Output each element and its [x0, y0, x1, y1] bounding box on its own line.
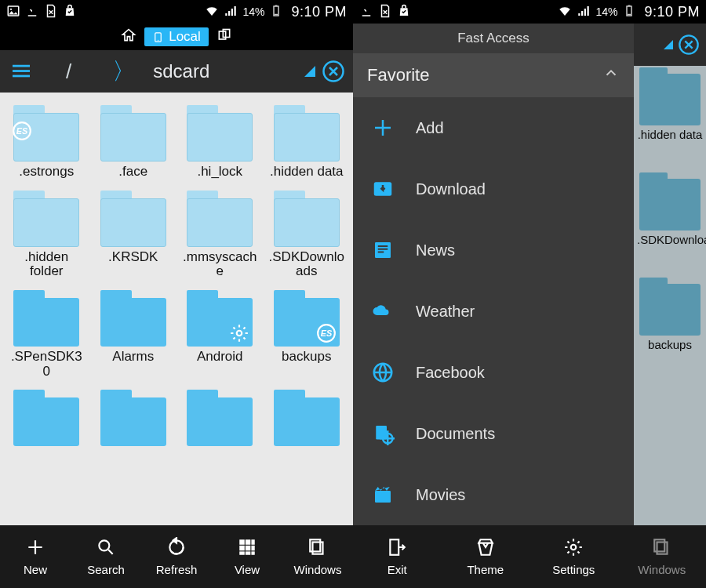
svg-point-1	[10, 8, 12, 9]
menu-icon[interactable]	[0, 63, 42, 80]
theme-icon	[475, 537, 496, 560]
location-tabs: Local	[0, 24, 353, 50]
dropdown-indicator-icon[interactable]	[304, 66, 315, 77]
folder-icon	[187, 105, 253, 162]
bottom-theme-button[interactable]: Theme	[442, 525, 530, 588]
folder-icon	[639, 179, 701, 230]
folder-label: .SPenSDK30	[7, 350, 86, 379]
bottom-label: Windows	[638, 563, 686, 576]
clock: 9:10 PM	[644, 4, 700, 20]
windows-icon	[652, 537, 672, 560]
folder-item[interactable]: .face	[90, 100, 177, 186]
folder-label: Alarms	[112, 350, 154, 365]
folder-label: .hidden data	[270, 165, 344, 180]
tab-local-label: Local	[169, 29, 201, 45]
movies-icon	[370, 482, 395, 507]
home-icon[interactable]	[121, 27, 136, 46]
close-icon[interactable]	[322, 60, 345, 83]
drawer-section-favorite[interactable]: Favorite	[353, 53, 634, 97]
plus-icon	[25, 537, 45, 560]
bottom-view-button[interactable]: View	[212, 525, 282, 588]
bottom-bar: NewSearchRefreshViewWindows	[0, 525, 353, 588]
battery-percent: 14%	[595, 5, 617, 18]
bottom-label: Windows	[294, 563, 342, 576]
folder-item[interactable]: Alarms	[90, 285, 177, 385]
drawer-item-label: Movies	[416, 486, 465, 504]
bottom-new-button[interactable]: New	[0, 525, 71, 588]
svg-rect-24	[251, 546, 254, 551]
grid-icon	[237, 537, 257, 560]
folder-item[interactable]: .hidden data	[264, 100, 351, 186]
breadcrumb-location[interactable]: sdcard	[153, 60, 304, 82]
folder-item[interactable]: Android	[176, 285, 264, 385]
svg-rect-22	[239, 546, 245, 551]
drawer-item-label: News	[416, 241, 455, 260]
folder-item[interactable]	[3, 385, 90, 456]
plus-icon	[370, 115, 395, 140]
bottom-label: View	[235, 563, 260, 576]
drawer-item-news[interactable]: News	[353, 220, 634, 281]
folder-item[interactable]: .hidden folder	[3, 186, 90, 285]
status-bar: 14% 9:10 PM	[0, 0, 353, 24]
folder-item[interactable]: .mmsyscache	[176, 186, 264, 285]
bottom-exit-button[interactable]: Exit	[353, 525, 442, 588]
bottom-refresh-button[interactable]: Refresh	[141, 525, 212, 588]
folder-label: Android	[197, 350, 243, 365]
exit-icon	[387, 537, 407, 560]
folder-item[interactable]: .KRSDK	[90, 186, 177, 285]
tab-local[interactable]: Local	[144, 27, 209, 46]
image-icon	[6, 4, 20, 20]
folder-item[interactable]	[90, 385, 177, 456]
folder-item[interactable]: ES.estrongs	[3, 100, 90, 186]
drawer-item-movies[interactable]: Movies	[353, 464, 634, 525]
folder-item[interactable]: ESbackups	[264, 285, 351, 385]
folder-label: .hidden data	[638, 129, 703, 141]
bottom-label: Settings	[552, 563, 595, 576]
doc-x-icon	[378, 4, 392, 20]
refresh-icon	[166, 537, 187, 560]
folder-label: .SDKDownloads	[267, 250, 346, 279]
folder-item[interactable]: .hi_lock	[176, 100, 264, 186]
folder-label: .face	[118, 165, 147, 180]
svg-rect-20	[246, 539, 251, 545]
globe-icon	[370, 360, 395, 385]
battery-icon	[269, 4, 283, 20]
background-peek: .hidden data.SDKDownloadsbackups	[634, 24, 706, 525]
drawer-item-label: Documents	[416, 425, 495, 443]
bottom-settings-button[interactable]: Settings	[530, 525, 618, 588]
folder-item[interactable]: .SPenSDK30	[3, 285, 90, 385]
bottom-search-button[interactable]: Search	[71, 525, 141, 588]
drawer-item-facebook[interactable]: Facebook	[353, 342, 634, 403]
drawer-body: AddDownloadNewsWeatherFacebookDocumentsM…	[353, 97, 634, 525]
bottom-windows-button[interactable]: Windows	[282, 525, 353, 588]
folder-item[interactable]	[264, 385, 351, 456]
svg-text:ES: ES	[321, 328, 333, 338]
folder-label: .estrongs	[19, 165, 74, 180]
folder-item[interactable]: .SDKDownloads	[264, 186, 351, 285]
folder-label: backups	[282, 350, 331, 365]
folder-item[interactable]	[176, 385, 264, 456]
breadcrumb: / 〉 sdcard	[0, 50, 353, 93]
folder-icon	[274, 390, 340, 446]
svg-point-18	[99, 540, 109, 550]
drawer-item-download[interactable]: Download	[353, 158, 634, 220]
signal-icon	[224, 4, 238, 20]
svg-rect-26	[246, 551, 251, 554]
es-badge-icon: ES	[12, 121, 32, 141]
drawer-item-add[interactable]: Add	[353, 97, 634, 158]
multi-window-icon[interactable]	[217, 27, 232, 46]
folder-icon	[100, 191, 166, 247]
folder-icon	[100, 290, 166, 347]
bottom-windows-button[interactable]: Windows	[618, 525, 707, 588]
close-icon	[678, 34, 700, 56]
svg-point-15	[237, 331, 242, 336]
drawer-item-weather[interactable]: Weather	[353, 281, 634, 342]
folder-icon	[187, 390, 253, 446]
drawer-title: Fast Access	[353, 24, 634, 53]
folder-icon	[13, 290, 79, 347]
folder-grid[interactable]: ES.estrongs.face.hi_lock.hidden data.hid…	[0, 93, 353, 525]
dropdown-indicator-icon	[664, 40, 673, 49]
drawer-item-documents[interactable]: Documents	[353, 403, 634, 464]
folder-icon	[100, 390, 166, 446]
breadcrumb-root[interactable]: /	[42, 60, 95, 84]
